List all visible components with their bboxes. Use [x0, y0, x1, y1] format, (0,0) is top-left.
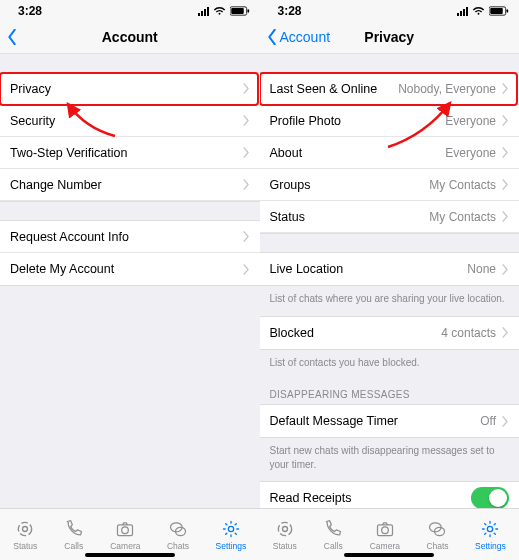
- group-privacy-main: Last Seen & Online Nobody, Everyone Prof…: [260, 72, 520, 234]
- svg-point-4: [23, 526, 28, 531]
- group-read-receipts: Read Receipts: [260, 481, 520, 508]
- chevron-right-icon: [502, 83, 509, 94]
- row-label: Change Number: [10, 178, 102, 192]
- camera-icon: [375, 519, 395, 539]
- row-value: Nobody, Everyone: [398, 82, 496, 96]
- group-account-settings: Privacy Security Two-Step Verification C…: [0, 72, 260, 202]
- home-indicator: [85, 553, 175, 557]
- chats-icon: [168, 519, 188, 539]
- tab-calls[interactable]: Calls: [323, 519, 343, 551]
- tab-chats[interactable]: Chats: [426, 519, 448, 551]
- wifi-icon: [213, 6, 226, 16]
- scroll-area[interactable]: Privacy Security Two-Step Verification C…: [0, 54, 260, 508]
- chevron-right-icon: [243, 83, 250, 94]
- row-value: My Contacts: [429, 210, 496, 224]
- tab-settings[interactable]: Settings: [475, 519, 506, 551]
- row-value: 4 contacts: [441, 326, 496, 340]
- live-location-note: List of chats where you are sharing your…: [260, 286, 520, 316]
- svg-point-6: [122, 526, 129, 533]
- row-read-receipts: Read Receipts: [260, 482, 520, 508]
- svg-point-13: [278, 522, 291, 535]
- row-privacy[interactable]: Privacy: [0, 73, 260, 105]
- status-time: 3:28: [278, 4, 302, 18]
- status-icon: [15, 519, 35, 539]
- back-label: Account: [280, 29, 331, 45]
- row-label: Profile Photo: [270, 114, 342, 128]
- status-icon: [275, 519, 295, 539]
- battery-icon: [230, 6, 250, 16]
- row-value: Everyone: [445, 114, 496, 128]
- tab-settings[interactable]: Settings: [216, 519, 247, 551]
- row-change-number[interactable]: Change Number: [0, 169, 260, 201]
- screen-account: 3:28 Account Privacy Security Two-Step V…: [0, 0, 260, 560]
- nav-title: Account: [102, 29, 158, 45]
- row-blocked[interactable]: Blocked 4 contacts: [260, 317, 520, 349]
- row-live-location[interactable]: Live Location None: [260, 253, 520, 285]
- row-value: Off: [480, 414, 496, 428]
- chevron-right-icon: [502, 115, 509, 126]
- row-label: Last Seen & Online: [270, 82, 378, 96]
- row-label: Status: [270, 210, 305, 224]
- row-last-seen[interactable]: Last Seen & Online Nobody, Everyone: [260, 73, 520, 105]
- chevron-right-icon: [243, 115, 250, 126]
- group-default-timer: Default Message Timer Off: [260, 404, 520, 438]
- camera-icon: [115, 519, 135, 539]
- tab-status[interactable]: Status: [13, 519, 37, 551]
- svg-point-16: [381, 526, 388, 533]
- chevron-right-icon: [502, 264, 509, 275]
- row-request-info[interactable]: Request Account Info: [0, 221, 260, 253]
- chevron-left-icon: [266, 29, 278, 45]
- tab-camera[interactable]: Camera: [370, 519, 400, 551]
- chevron-right-icon: [243, 231, 250, 242]
- row-profile-photo[interactable]: Profile Photo Everyone: [260, 105, 520, 137]
- svg-rect-11: [490, 8, 503, 14]
- row-label: Live Location: [270, 262, 344, 276]
- row-security[interactable]: Security: [0, 105, 260, 137]
- tab-status[interactable]: Status: [273, 519, 297, 551]
- wifi-icon: [472, 6, 485, 16]
- home-indicator: [344, 553, 434, 557]
- row-label: Read Receipts: [270, 491, 352, 505]
- phone-icon: [323, 519, 343, 539]
- cellular-icon: [198, 7, 209, 16]
- tab-calls[interactable]: Calls: [64, 519, 84, 551]
- row-groups[interactable]: Groups My Contacts: [260, 169, 520, 201]
- back-button[interactable]: [6, 29, 18, 45]
- row-delete-account[interactable]: Delete My Account: [0, 253, 260, 285]
- row-two-step[interactable]: Two-Step Verification: [0, 137, 260, 169]
- toggle-read-receipts[interactable]: [471, 487, 509, 508]
- svg-rect-1: [231, 8, 244, 14]
- battery-icon: [489, 6, 509, 16]
- row-label: Privacy: [10, 82, 51, 96]
- status-icons: [198, 6, 250, 16]
- chevron-right-icon: [243, 179, 250, 190]
- scroll-area[interactable]: Last Seen & Online Nobody, Everyone Prof…: [260, 54, 520, 508]
- status-bar: 3:28: [0, 0, 260, 20]
- row-about[interactable]: About Everyone: [260, 137, 520, 169]
- svg-point-19: [488, 526, 493, 531]
- row-default-timer[interactable]: Default Message Timer Off: [260, 405, 520, 437]
- status-icons: [457, 6, 509, 16]
- row-value: None: [467, 262, 496, 276]
- chevron-right-icon: [502, 211, 509, 222]
- tab-camera[interactable]: Camera: [110, 519, 140, 551]
- row-label: Default Message Timer: [270, 414, 399, 428]
- chevron-left-icon: [6, 29, 18, 45]
- chevron-right-icon: [502, 179, 509, 190]
- chevron-right-icon: [243, 147, 250, 158]
- back-button[interactable]: Account: [266, 29, 331, 45]
- status-bar: 3:28: [260, 0, 520, 20]
- svg-point-14: [282, 526, 287, 531]
- gear-icon: [480, 519, 500, 539]
- gear-icon: [221, 519, 241, 539]
- row-value: My Contacts: [429, 178, 496, 192]
- section-header-disappearing: Disappearing Messages: [260, 379, 520, 404]
- svg-rect-2: [247, 9, 249, 12]
- cellular-icon: [457, 7, 468, 16]
- chevron-right-icon: [502, 416, 509, 427]
- row-status[interactable]: Status My Contacts: [260, 201, 520, 233]
- default-timer-note: Start new chats with disappearing messag…: [260, 438, 520, 481]
- tab-chats[interactable]: Chats: [167, 519, 189, 551]
- svg-rect-12: [507, 9, 509, 12]
- row-label: Request Account Info: [10, 230, 129, 244]
